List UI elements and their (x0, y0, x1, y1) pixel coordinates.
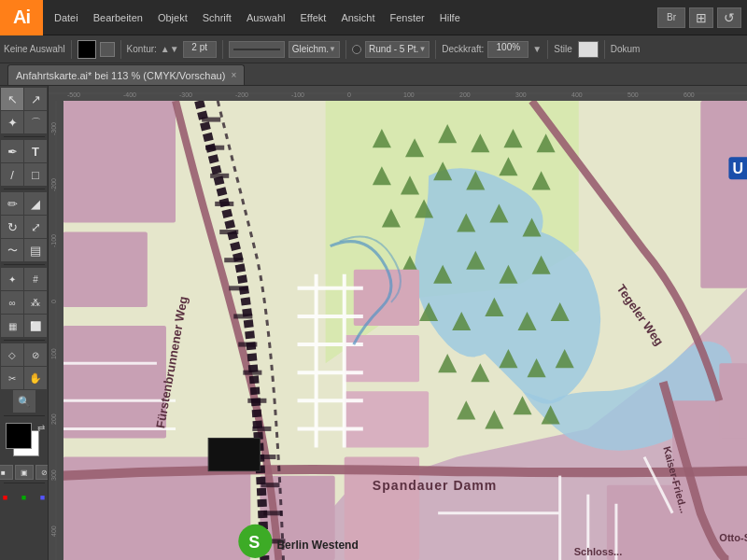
scale-tool[interactable]: ⤢ (24, 216, 47, 238)
paintbucket-tool[interactable]: ◢ (24, 192, 47, 215)
stil-label: Stile (554, 44, 571, 54)
extra-icons-row: ■ ■ ■ (0, 489, 49, 506)
direct-select-tool[interactable]: ↗ (24, 88, 47, 110)
doc-tab[interactable]: Anfahrtskarte.ai* bei 113 % (CMYK/Vorsch… (7, 64, 245, 85)
magic-wand-tool[interactable]: ✦ (1, 111, 23, 133)
eraser-tool[interactable]: ⊘ (24, 343, 47, 366)
tab-title: Anfahrtskarte.ai* bei 113 % (CMYK/Vorsch… (16, 70, 225, 81)
svg-rect-64 (63, 101, 176, 223)
gleichm-dropdown[interactable]: Gleichm. ▼ (289, 41, 340, 58)
tool-row-1: ↖ ↗ (1, 88, 47, 110)
svg-text:100: 100 (403, 91, 415, 98)
eyedropper-tool[interactable]: ✦ (1, 268, 23, 290)
blend-tool[interactable]: ∞ (1, 291, 23, 314)
rotate-tool[interactable]: ↻ (1, 216, 23, 238)
menu-fenster[interactable]: Fenster (382, 0, 431, 35)
color-section: ⇄ (4, 423, 45, 460)
line-tool[interactable]: / (1, 163, 23, 186)
stroke-color[interactable] (100, 42, 115, 57)
screen-mode-icon[interactable]: ■ (0, 489, 14, 506)
menu-bearbeiten[interactable]: Bearbeiten (86, 0, 150, 35)
bar-graph-tool[interactable]: ▦ (1, 315, 23, 337)
slice-tool[interactable]: ◇ (1, 343, 23, 366)
lasso-tool[interactable]: ⌒ (24, 111, 47, 133)
workspace-icon[interactable]: ⊞ (689, 7, 713, 28)
menu-schrift[interactable]: Schrift (195, 0, 239, 35)
tab-close-button[interactable]: × (231, 70, 236, 80)
pen-tool[interactable]: ✒ (1, 140, 23, 162)
extra-icon[interactable]: ■ (35, 489, 49, 506)
svg-text:-200: -200 (50, 178, 57, 191)
svg-rect-72 (354, 270, 419, 326)
svg-text:-300: -300 (50, 122, 57, 135)
none-mode-btn[interactable]: ⊘ (35, 465, 49, 480)
svg-text:S: S (248, 533, 260, 552)
artboard-tool[interactable]: ⬜ (24, 315, 47, 337)
svg-text:-500: -500 (67, 91, 80, 98)
type-tool[interactable]: T (24, 140, 47, 162)
zoom-tool[interactable]: 🔍 (13, 390, 35, 413)
round-dropdown[interactable]: Rund - 5 Pt. ▼ (365, 41, 430, 58)
menu-datei[interactable]: Datei (47, 0, 86, 35)
canvas-area[interactable]: // This won't work in SVG, using static … (49, 86, 747, 560)
tool-row-3: ✒ T (1, 140, 47, 162)
svg-text:400: 400 (571, 91, 583, 98)
gradient-tool[interactable]: ▤ (24, 239, 47, 261)
scissors-tool[interactable]: ✂ (1, 367, 23, 389)
svg-text:-100: -100 (291, 91, 304, 98)
deckkraft-input[interactable]: 100% (487, 41, 529, 58)
warp-tool[interactable]: 〜 (1, 239, 23, 261)
menu-auswahl[interactable]: Auswahl (239, 0, 293, 35)
svg-text:0: 0 (347, 91, 351, 98)
svg-text:100: 100 (50, 348, 57, 359)
select-tool[interactable]: ↖ (1, 88, 23, 110)
svg-rect-75 (719, 363, 747, 438)
toolbox: ↖ ↗ ✦ ⌒ ✒ T / □ ✏ ◢ ↻ ⤢ 〜 ▤ ✦ (0, 86, 49, 560)
bridge-icon[interactable]: Br (657, 7, 685, 28)
svg-text:0: 0 (50, 300, 57, 303)
svg-text:-200: -200 (235, 91, 248, 98)
fill-color[interactable] (78, 40, 96, 59)
sync-icon[interactable]: ↺ (717, 7, 741, 28)
foreground-color-swatch[interactable] (6, 423, 32, 449)
fill-mode-btn[interactable]: ■ (0, 465, 13, 480)
mesh-tool[interactable]: # (24, 268, 47, 290)
menu-objekt[interactable]: Objekt (150, 0, 195, 35)
svg-text:Spandauer Damm: Spandauer Damm (373, 478, 498, 493)
menu-ansicht[interactable]: Ansicht (333, 0, 382, 35)
tool-row-10: ▦ ⬜ (1, 315, 47, 337)
menu-effekt[interactable]: Effekt (292, 0, 333, 35)
svg-text:Berlin Westend: Berlin Westend (276, 539, 358, 552)
svg-text:500: 500 (627, 91, 639, 98)
pencil-tool[interactable]: ✏ (1, 192, 23, 215)
deckkraft-arrow: ▼ (532, 44, 542, 54)
tool-row-8: ✦ # (1, 268, 47, 290)
tool-sep-1 (4, 136, 45, 137)
ai-logo: Ai (0, 0, 43, 35)
toolbar: Keine Auswahl Kontur: ▲▼ 2 pt Gleichm. ▼… (0, 35, 747, 63)
swap-colors-icon[interactable]: ⇄ (37, 423, 45, 433)
rect-tool[interactable]: □ (24, 163, 47, 186)
menu-hilfe[interactable]: Hilfe (432, 0, 468, 35)
sep7 (604, 40, 605, 59)
draw-mode-icon[interactable]: ■ (16, 489, 33, 506)
tool-sep-2 (4, 189, 45, 189)
stroke-line[interactable] (229, 41, 285, 58)
svg-text:-400: -400 (123, 91, 136, 98)
sep4 (345, 40, 346, 59)
symbol-tool[interactable]: ⁂ (24, 291, 47, 314)
style-swatch[interactable] (578, 41, 599, 58)
svg-text:Otto-S...: Otto-S... (719, 532, 747, 543)
menu-bar: Ai Datei Bearbeiten Objekt Schrift Auswa… (0, 0, 747, 35)
hand-tool[interactable]: ✋ (24, 367, 47, 389)
map-svg: Fürstenbrunnener Weg Tegeler Weg Spandau… (63, 101, 747, 560)
tool-sep-3 (4, 264, 45, 265)
tool-sep-5 (4, 415, 45, 416)
tool-row-9: ∞ ⁂ (1, 291, 47, 314)
dokum-label: Dokum (611, 44, 641, 54)
tool-row-7: 〜 ▤ (1, 239, 47, 261)
gradient-mode-btn[interactable]: ▣ (15, 465, 34, 480)
kontur-input[interactable]: 2 pt (183, 41, 217, 58)
kontur-label: Kontur: (127, 44, 157, 54)
svg-text:300: 300 (515, 91, 527, 98)
